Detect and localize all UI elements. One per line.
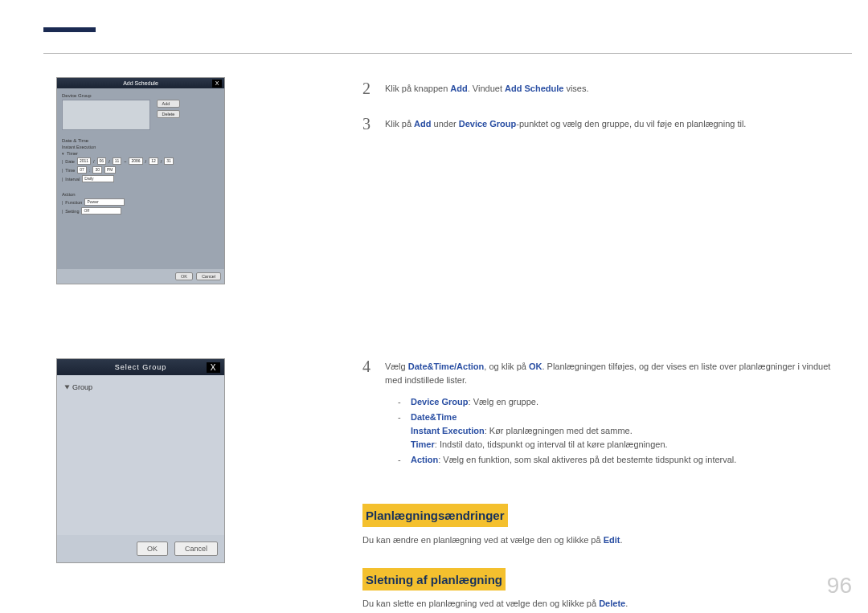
interval-label: Interval [65,177,80,182]
date-year-2[interactable]: 2086 [129,157,142,165]
group-tree[interactable]: Group [57,375,224,535]
action-label: Action [62,192,219,197]
keyword-ok: OK [529,362,542,371]
text: : Indstil dato, tidspunkt og interval ti… [435,439,668,449]
keyword-delete: Delete [599,599,625,608]
datetime-label: Date & Time [62,138,219,143]
date-label: Date [65,159,75,164]
text: Du kan slette en planlægning ved at vælg… [362,599,599,608]
text: . Vinduet [468,84,505,93]
keyword-add: Add [414,119,431,129]
text: Klik på [385,119,414,129]
step-number: 4 [362,358,374,374]
text: vises. [563,84,588,93]
text: Du kan ændre en planlægning ved at vælge… [362,535,604,545]
keyword-datetime-action: Date&Time/Action [408,362,485,371]
text: . [620,535,622,545]
dialog1-title-text: Add Schedule [123,80,158,86]
tree-root-label[interactable]: Group [72,383,92,391]
ok-button[interactable]: OK [137,541,168,556]
header-accent [43,27,96,32]
time-ampm[interactable]: PM [104,166,116,174]
keyword-datetime: Date&Time [411,412,457,422]
text: Klik på knappen [385,84,450,93]
timer-option[interactable]: Timer [67,151,78,156]
keyword-instant-exec: Instant Execution [411,426,485,435]
sub-action: - Action: Vælg en funktion, som skal akt… [398,453,848,467]
delete-button[interactable]: Delete [157,110,181,118]
device-group-listbox[interactable] [62,100,150,130]
text: : Vælg en funktion, som skal aktiveres p… [438,455,736,464]
function-select[interactable]: Power [84,198,125,206]
keyword-action: Action [411,455,438,464]
step-2: 2 Klik på knappen Add. Vinduet Add Sched… [362,80,848,96]
text: under [431,119,458,129]
text: : Kør planlægningen med det samme. [485,426,633,435]
dialog1-title: Add Schedule X [57,78,224,88]
step-3: 3 Klik på Add under Device Group-punktet… [362,116,848,132]
setting-label: Setting [65,209,79,214]
keyword-add: Add [450,84,467,93]
date-day-1[interactable]: 11 [113,157,122,165]
date-year-1[interactable]: 2011 [77,157,91,165]
step-number: 2 [362,80,374,96]
step-4-and-sections: 4 Vælg Date&Time/Action, og klik på OK. … [362,358,848,613]
keyword-add-schedule: Add Schedule [505,84,563,93]
ok-button[interactable]: OK [175,272,193,280]
text: Vælg [385,362,408,371]
setting-select[interactable]: Off [81,207,121,215]
dialog2-title: Select Group X [57,359,224,375]
time-hour[interactable]: 07 [77,166,87,174]
section-changes-text: Du kan ændre en planlægning ved at vælge… [362,533,848,547]
date-month-1[interactable]: 06 [97,157,107,165]
header-rule [43,53,852,54]
instant-execution-option[interactable]: Instant Execution [62,145,96,149]
interval-select[interactable]: Daily [82,175,114,182]
time-min[interactable]: 30 [92,166,102,174]
tree-expand-icon[interactable] [65,386,70,390]
section-delete-text: Du kan slette en planlægning ved at vælg… [362,597,848,611]
close-icon[interactable]: X [212,80,222,88]
device-group-label: Device Group [62,93,219,98]
section-changes-title: Planlægningsændringer [362,504,508,526]
text: , og klik på [484,362,529,371]
function-label: Function [65,200,82,205]
text: : Vælg en gruppe. [469,397,538,407]
date-day-2[interactable]: 31 [164,157,174,165]
time-label: Time [65,168,75,173]
date-month-2[interactable]: 12 [149,157,158,165]
page-number: 96 [827,573,852,599]
step-4: 4 Vælg Date&Time/Action, og klik på OK. … [362,358,848,468]
cancel-button[interactable]: Cancel [174,541,218,556]
text: -punktet og vælg den gruppe, du vil føje… [516,119,746,129]
close-icon[interactable]: X [207,362,220,373]
sub-device-group: - Device Group: Vælg en gruppe. [398,395,848,409]
step-number: 3 [362,116,374,132]
keyword-device-group: Device Group [459,119,517,129]
add-schedule-dialog-screenshot: Add Schedule X Device Group Add Delete D… [56,77,225,284]
cancel-button[interactable]: Cancel [196,272,221,280]
select-group-dialog-screenshot: Select Group X Group OK Cancel [56,358,225,563]
keyword-timer: Timer [411,439,435,449]
add-button[interactable]: Add [157,100,181,108]
sub-datetime: - Date&Time Instant Execution: Kør planl… [398,411,848,452]
text: . [625,599,628,608]
instruction-text: 2 Klik på knappen Add. Vinduet Add Sched… [362,80,848,151]
keyword-edit: Edit [604,535,620,545]
keyword-device-group: Device Group [411,397,469,407]
section-delete-title: Sletning af planlægning [362,568,506,591]
dialog2-title-text: Select Group [115,363,167,371]
